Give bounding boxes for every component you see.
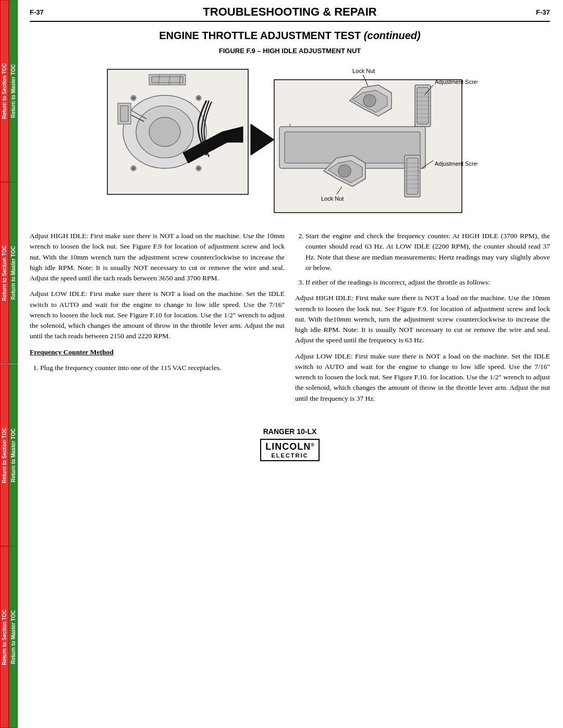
footer-model: RANGER 10-LX [30,427,550,436]
svg-text:Adjustment Screw: Adjustment Screw [435,79,478,85]
svg-rect-11 [152,77,183,83]
frequency-counter-heading: Frequency Counter Method [30,347,285,357]
svg-point-22 [198,167,200,169]
svg-text:Lock Nut: Lock Nut [321,195,344,202]
section-title: ENGINE THROTTLE ADJUSTMENT TEST (continu… [30,30,550,42]
svg-point-26 [363,94,376,107]
left-list: Plug the frequency counter into one of t… [40,363,285,373]
svg-text:Lock Nut: Lock Nut [352,68,375,74]
figure-title: FIGURE F.9 – HIGH IDLE ADJUSTMENT NUT [30,47,550,55]
text-columns: Adjust HIGH IDLE: First make sure there … [30,231,550,409]
sidebar-return-master-1[interactable]: Return to Master TOC [9,0,18,182]
page-footer: RANGER 10-LX LINCOLN® ELECTRIC [30,422,550,461]
lincoln-brand: LINCOLN® [265,441,314,452]
col-left: Adjust HIGH IDLE: First make sure there … [30,231,285,409]
svg-point-3 [149,117,180,146]
col-right: Start the engine and check the frequency… [295,231,550,409]
page-header: F-37 TROUBLESHOOTING & REPAIR F-37 [30,5,550,22]
right-list-item-2: Start the engine and check the frequency… [305,231,550,273]
left-para-1: Adjust HIGH IDLE: First make sure there … [30,231,285,283]
left-list-item-1: Plug the frequency counter into one of t… [40,363,285,373]
left-para-2: Adjust LOW IDLE: First make sure there i… [30,289,285,341]
sidebar-return-master-4[interactable]: Return to Master TOC [9,546,18,728]
sidebar-return-master-2[interactable]: Return to Master TOC [9,182,18,364]
sidebar-return-section-3[interactable]: Return to Section TOC [0,364,9,546]
svg-point-18 [198,97,200,99]
sidebar-return-section-4[interactable]: Return to Section TOC [0,546,9,728]
right-list-item-3: If either of the readings is incorrect, … [305,277,550,288]
side-tabs: Return to Section TOC Return to Master T… [0,0,16,728]
figure-diagram: Lock Nut Adjustment Screw Lock Nut Adjus… [102,59,478,220]
lincoln-logo: LINCOLN® ELECTRIC [260,439,320,461]
page-number-right: F-37 [536,8,550,16]
lincoln-electric: ELECTRIC [271,452,308,459]
page-number-left: F-37 [30,8,44,16]
page-title: TROUBLESHOOTING & REPAIR [44,5,536,19]
svg-point-20 [132,167,134,169]
svg-rect-28 [417,88,429,124]
svg-marker-61 [251,124,274,155]
sidebar-return-master-3[interactable]: Return to Master TOC [9,364,18,546]
svg-rect-43 [407,158,418,194]
svg-point-41 [338,165,351,177]
right-list: Start the engine and check the frequency… [305,231,550,288]
sidebar-return-section-1[interactable]: Return to Section TOC [0,0,9,182]
right-para-3: Adjust HIGH IDLE: First make sure there … [295,293,550,346]
right-para-4: Adjust LOW IDLE: First make sure there i… [295,351,550,404]
svg-text:Adjustment Screw: Adjustment Screw [435,161,478,167]
svg-point-16 [132,97,134,99]
sidebar-return-section-2[interactable]: Return to Section TOC [0,182,9,364]
side-tab-group-1: Return to Section TOC Return to Master T… [0,0,16,182]
side-tab-group-3: Return to Section TOC Return to Master T… [0,364,16,546]
side-tab-group-4: Return to Section TOC Return to Master T… [0,546,16,728]
figure-area: Lock Nut Adjustment Screw Lock Nut Adjus… [30,59,550,220]
main-content: F-37 TROUBLESHOOTING & REPAIR F-37 ENGIN… [16,0,563,728]
side-tab-group-2: Return to Section TOC Return to Master T… [0,182,16,364]
svg-rect-7 [120,106,128,121]
